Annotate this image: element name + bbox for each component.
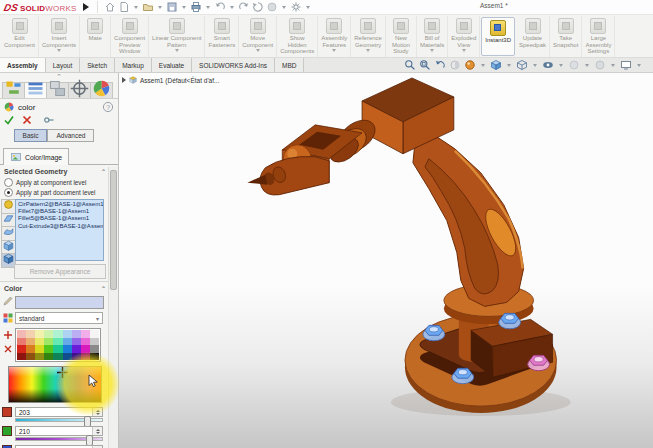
view-orientation-icon[interactable] [490,59,502,71]
tab-assembly[interactable]: Assembly [0,58,46,72]
hide-show-items-icon[interactable] [542,59,554,71]
palette-swatch[interactable] [53,338,62,346]
dropdown-caret-icon[interactable] [134,6,138,9]
palette-swatch[interactable] [44,338,53,346]
dropdown-caret-icon[interactable] [206,6,210,9]
linear-component-pattern-button[interactable]: Linear Component Pattern [149,16,205,57]
palette-swatch[interactable] [72,353,81,361]
display-style-icon[interactable] [516,59,528,71]
tab-color-image[interactable]: Color/Image [3,148,69,165]
dropdown-caret-icon[interactable] [282,6,286,9]
selected-feature-item[interactable]: Fillet7@BASE-1@Assem1 [18,208,103,215]
new-document-icon[interactable] [118,1,130,13]
palette-swatch[interactable] [90,330,99,338]
manager-tab-display-manager[interactable] [91,82,113,99]
palette-swatch[interactable] [26,338,35,346]
tab-markup[interactable]: Markup [115,58,152,72]
new-motion-study-button[interactable]: New Motion Study [386,16,417,57]
color-gradient-picker[interactable] [8,366,102,403]
graphics-area[interactable]: Assem1 (Défaut<État d'af... [119,73,653,448]
tab-layout[interactable]: Layout [46,58,81,72]
palette-swatch[interactable] [53,330,62,338]
palette-select[interactable]: standard▾ [15,312,103,324]
tab-sketch[interactable]: Sketch [80,58,115,72]
dropdown-caret-icon[interactable] [182,6,186,9]
radio-icon[interactable] [4,178,13,187]
palette-swatch[interactable] [81,345,90,353]
palette-swatch[interactable] [35,345,44,353]
palette-swatch[interactable] [44,330,53,338]
basic-mode-button[interactable]: Basic [14,129,48,142]
view-settings-icon[interactable] [594,59,606,71]
dropdown-caret-icon[interactable] [332,49,336,52]
dropdown-caret-icon[interactable] [462,49,466,52]
manager-tab-configuration-manager[interactable] [47,82,69,99]
zoom-to-area-icon[interactable] [419,59,431,71]
palette-swatch[interactable] [17,353,26,361]
selected-feature-item[interactable]: CirPattern2@BASE-1@Assem1 [18,201,103,208]
radio-apply-level-0[interactable]: Apply at component level [4,178,106,187]
mate-button[interactable]: Mate [80,16,111,57]
section-view-icon[interactable] [449,59,461,71]
full-screen-preview-icon[interactable] [620,59,632,71]
reference-geometry-button[interactable]: Reference Geometry [351,16,386,57]
palette-swatch[interactable] [63,353,72,361]
rebuild-icon[interactable] [252,1,264,13]
dropdown-caret-icon[interactable] [430,49,434,52]
radio-apply-level-1[interactable]: Apply at part document level [4,188,106,197]
selected-geometry-header[interactable]: Selected Geometry⌃ [4,168,106,175]
dropdown-caret-icon[interactable] [366,49,370,52]
scrollbar-thumb[interactable] [110,170,117,290]
dropdown-caret-icon[interactable] [507,64,511,67]
palette-swatch[interactable] [17,345,26,353]
selected-geometry-list[interactable]: CirPattern2@BASE-1@Assem1Fillet7@BASE-1@… [15,199,104,261]
open-icon[interactable] [142,1,154,13]
dropdown-caret-icon[interactable] [559,64,563,67]
palette-swatch[interactable] [26,345,35,353]
undo-icon[interactable] [214,1,226,13]
pin-icon[interactable] [43,114,55,126]
options-gear-icon[interactable] [290,1,302,13]
show-hidden-components-button[interactable]: Show Hidden Components [277,16,318,57]
manager-tab-dimxpert-manager[interactable] [69,82,91,99]
palette-swatch[interactable] [90,345,99,353]
smart-fasteners-button[interactable]: Smart Fasteners [205,16,239,57]
dropdown-caret-icon[interactable] [230,6,234,9]
ok-check-icon[interactable] [3,114,15,126]
move-component-button[interactable]: Move Component [239,16,277,57]
palette-swatch[interactable] [17,330,26,338]
palette-swatch[interactable] [81,353,90,361]
bill-of-materials-button[interactable]: Bill of Materials [417,16,448,57]
insert-components-button[interactable]: Insert Components [39,16,80,57]
pencil-icon[interactable] [2,295,14,307]
assembly-features-button[interactable]: Assembly Features [318,16,351,57]
palette-swatch[interactable] [35,353,44,361]
view-settings-icon[interactable] [266,1,278,13]
palette-swatch[interactable] [44,345,53,353]
palette-swatch[interactable] [90,338,99,346]
instant3d-button[interactable]: Instant3D [481,17,515,56]
dropdown-caret-icon[interactable] [585,64,589,67]
large-assembly-settings-button[interactable]: Large Assembly Settings [582,16,615,57]
advanced-mode-button[interactable]: Advanced [47,129,94,142]
palette-swatch[interactable] [81,330,90,338]
print-icon[interactable] [190,1,202,13]
green-slider-track[interactable] [15,437,103,441]
palette-swatch[interactable] [26,353,35,361]
dropdown-caret-icon[interactable] [158,6,162,9]
palette-swatch[interactable] [72,330,81,338]
palette-swatch[interactable] [63,338,72,346]
update-speedpak-button[interactable]: Update Speedpak [516,16,550,57]
palette-swatch[interactable] [26,330,35,338]
palette-swatch[interactable] [72,338,81,346]
remove-swatch-icon[interactable] [2,343,14,355]
component-preview-window-button[interactable]: Component Preview Window [111,16,149,57]
palette-swatch[interactable] [63,330,72,338]
edit-appearance-icon[interactable] [464,59,476,71]
tree-expand-icon[interactable] [122,77,126,83]
exploded-view-button[interactable]: Exploded View [448,16,480,57]
palette-swatch[interactable] [72,345,81,353]
selected-feature-item[interactable]: Cut-Extrude3@BASE-1@Assem1 [18,223,103,230]
dropdown-caret-icon[interactable] [175,49,179,52]
redo-icon[interactable] [238,1,250,13]
